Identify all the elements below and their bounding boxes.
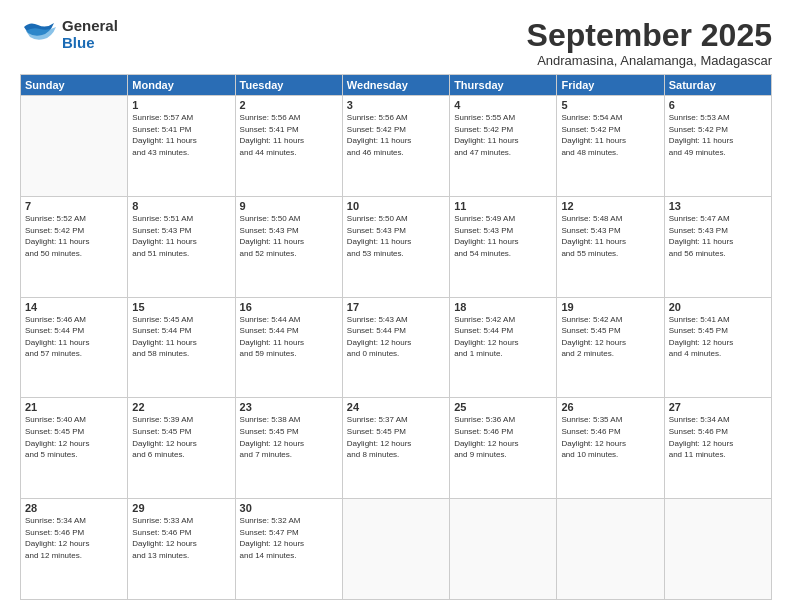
day-number: 27 (669, 401, 767, 413)
col-monday: Monday (128, 75, 235, 96)
day-info: Sunrise: 5:55 AM Sunset: 5:42 PM Dayligh… (454, 112, 552, 158)
calendar-cell: 19Sunrise: 5:42 AM Sunset: 5:45 PM Dayli… (557, 297, 664, 398)
calendar-cell: 27Sunrise: 5:34 AM Sunset: 5:46 PM Dayli… (664, 398, 771, 499)
col-wednesday: Wednesday (342, 75, 449, 96)
day-info: Sunrise: 5:40 AM Sunset: 5:45 PM Dayligh… (25, 414, 123, 460)
day-number: 2 (240, 99, 338, 111)
calendar-cell: 20Sunrise: 5:41 AM Sunset: 5:45 PM Dayli… (664, 297, 771, 398)
day-info: Sunrise: 5:49 AM Sunset: 5:43 PM Dayligh… (454, 213, 552, 259)
calendar-cell: 5Sunrise: 5:54 AM Sunset: 5:42 PM Daylig… (557, 96, 664, 197)
logo: General Blue (20, 18, 118, 51)
day-number: 18 (454, 301, 552, 313)
day-number: 25 (454, 401, 552, 413)
day-number: 3 (347, 99, 445, 111)
calendar-cell: 2Sunrise: 5:56 AM Sunset: 5:41 PM Daylig… (235, 96, 342, 197)
day-number: 23 (240, 401, 338, 413)
day-info: Sunrise: 5:52 AM Sunset: 5:42 PM Dayligh… (25, 213, 123, 259)
day-number: 6 (669, 99, 767, 111)
day-info: Sunrise: 5:45 AM Sunset: 5:44 PM Dayligh… (132, 314, 230, 360)
day-number: 15 (132, 301, 230, 313)
day-info: Sunrise: 5:42 AM Sunset: 5:45 PM Dayligh… (561, 314, 659, 360)
location-title: Andramasina, Analamanga, Madagascar (527, 53, 772, 68)
day-info: Sunrise: 5:44 AM Sunset: 5:44 PM Dayligh… (240, 314, 338, 360)
calendar-cell: 25Sunrise: 5:36 AM Sunset: 5:46 PM Dayli… (450, 398, 557, 499)
day-number: 24 (347, 401, 445, 413)
calendar-cell: 12Sunrise: 5:48 AM Sunset: 5:43 PM Dayli… (557, 196, 664, 297)
day-info: Sunrise: 5:50 AM Sunset: 5:43 PM Dayligh… (240, 213, 338, 259)
col-saturday: Saturday (664, 75, 771, 96)
calendar-cell: 30Sunrise: 5:32 AM Sunset: 5:47 PM Dayli… (235, 499, 342, 600)
day-number: 17 (347, 301, 445, 313)
logo-general: General (62, 18, 118, 35)
day-info: Sunrise: 5:43 AM Sunset: 5:44 PM Dayligh… (347, 314, 445, 360)
calendar-cell: 15Sunrise: 5:45 AM Sunset: 5:44 PM Dayli… (128, 297, 235, 398)
title-block: September 2025 Andramasina, Analamanga, … (527, 18, 772, 68)
calendar-cell: 29Sunrise: 5:33 AM Sunset: 5:46 PM Dayli… (128, 499, 235, 600)
calendar-cell: 26Sunrise: 5:35 AM Sunset: 5:46 PM Dayli… (557, 398, 664, 499)
calendar-cell (664, 499, 771, 600)
col-friday: Friday (557, 75, 664, 96)
day-info: Sunrise: 5:51 AM Sunset: 5:43 PM Dayligh… (132, 213, 230, 259)
calendar-cell: 7Sunrise: 5:52 AM Sunset: 5:42 PM Daylig… (21, 196, 128, 297)
day-info: Sunrise: 5:48 AM Sunset: 5:43 PM Dayligh… (561, 213, 659, 259)
calendar-week-row: 7Sunrise: 5:52 AM Sunset: 5:42 PM Daylig… (21, 196, 772, 297)
calendar-cell: 1Sunrise: 5:57 AM Sunset: 5:41 PM Daylig… (128, 96, 235, 197)
day-number: 4 (454, 99, 552, 111)
day-info: Sunrise: 5:56 AM Sunset: 5:41 PM Dayligh… (240, 112, 338, 158)
header: General Blue September 2025 Andramasina,… (20, 18, 772, 68)
calendar-cell: 21Sunrise: 5:40 AM Sunset: 5:45 PM Dayli… (21, 398, 128, 499)
calendar-cell: 4Sunrise: 5:55 AM Sunset: 5:42 PM Daylig… (450, 96, 557, 197)
day-info: Sunrise: 5:50 AM Sunset: 5:43 PM Dayligh… (347, 213, 445, 259)
day-info: Sunrise: 5:41 AM Sunset: 5:45 PM Dayligh… (669, 314, 767, 360)
day-number: 30 (240, 502, 338, 514)
day-info: Sunrise: 5:36 AM Sunset: 5:46 PM Dayligh… (454, 414, 552, 460)
calendar-header-row: SundayMondayTuesdayWednesdayThursdayFrid… (21, 75, 772, 96)
day-info: Sunrise: 5:34 AM Sunset: 5:46 PM Dayligh… (25, 515, 123, 561)
day-number: 12 (561, 200, 659, 212)
calendar-cell: 9Sunrise: 5:50 AM Sunset: 5:43 PM Daylig… (235, 196, 342, 297)
calendar-cell: 28Sunrise: 5:34 AM Sunset: 5:46 PM Dayli… (21, 499, 128, 600)
day-number: 22 (132, 401, 230, 413)
day-number: 20 (669, 301, 767, 313)
col-tuesday: Tuesday (235, 75, 342, 96)
calendar-week-row: 21Sunrise: 5:40 AM Sunset: 5:45 PM Dayli… (21, 398, 772, 499)
calendar-cell: 16Sunrise: 5:44 AM Sunset: 5:44 PM Dayli… (235, 297, 342, 398)
calendar-cell: 17Sunrise: 5:43 AM Sunset: 5:44 PM Dayli… (342, 297, 449, 398)
day-info: Sunrise: 5:42 AM Sunset: 5:44 PM Dayligh… (454, 314, 552, 360)
day-number: 28 (25, 502, 123, 514)
calendar-week-row: 1Sunrise: 5:57 AM Sunset: 5:41 PM Daylig… (21, 96, 772, 197)
calendar-table: SundayMondayTuesdayWednesdayThursdayFrid… (20, 74, 772, 600)
calendar-cell: 24Sunrise: 5:37 AM Sunset: 5:45 PM Dayli… (342, 398, 449, 499)
calendar-week-row: 14Sunrise: 5:46 AM Sunset: 5:44 PM Dayli… (21, 297, 772, 398)
calendar-cell (557, 499, 664, 600)
day-info: Sunrise: 5:38 AM Sunset: 5:45 PM Dayligh… (240, 414, 338, 460)
day-number: 29 (132, 502, 230, 514)
day-info: Sunrise: 5:35 AM Sunset: 5:46 PM Dayligh… (561, 414, 659, 460)
day-info: Sunrise: 5:54 AM Sunset: 5:42 PM Dayligh… (561, 112, 659, 158)
day-info: Sunrise: 5:57 AM Sunset: 5:41 PM Dayligh… (132, 112, 230, 158)
day-info: Sunrise: 5:46 AM Sunset: 5:44 PM Dayligh… (25, 314, 123, 360)
col-thursday: Thursday (450, 75, 557, 96)
calendar-cell: 11Sunrise: 5:49 AM Sunset: 5:43 PM Dayli… (450, 196, 557, 297)
day-info: Sunrise: 5:56 AM Sunset: 5:42 PM Dayligh… (347, 112, 445, 158)
calendar-cell: 22Sunrise: 5:39 AM Sunset: 5:45 PM Dayli… (128, 398, 235, 499)
day-number: 13 (669, 200, 767, 212)
day-number: 1 (132, 99, 230, 111)
page: General Blue September 2025 Andramasina,… (0, 0, 792, 612)
month-title: September 2025 (527, 18, 772, 53)
day-info: Sunrise: 5:33 AM Sunset: 5:46 PM Dayligh… (132, 515, 230, 561)
day-info: Sunrise: 5:39 AM Sunset: 5:45 PM Dayligh… (132, 414, 230, 460)
calendar-cell: 14Sunrise: 5:46 AM Sunset: 5:44 PM Dayli… (21, 297, 128, 398)
day-number: 26 (561, 401, 659, 413)
calendar-cell: 13Sunrise: 5:47 AM Sunset: 5:43 PM Dayli… (664, 196, 771, 297)
calendar-cell (342, 499, 449, 600)
calendar-cell: 10Sunrise: 5:50 AM Sunset: 5:43 PM Dayli… (342, 196, 449, 297)
day-info: Sunrise: 5:47 AM Sunset: 5:43 PM Dayligh… (669, 213, 767, 259)
day-info: Sunrise: 5:34 AM Sunset: 5:46 PM Dayligh… (669, 414, 767, 460)
day-number: 9 (240, 200, 338, 212)
day-number: 5 (561, 99, 659, 111)
col-sunday: Sunday (21, 75, 128, 96)
calendar-cell (21, 96, 128, 197)
logo-icon (20, 19, 58, 51)
calendar-cell: 3Sunrise: 5:56 AM Sunset: 5:42 PM Daylig… (342, 96, 449, 197)
